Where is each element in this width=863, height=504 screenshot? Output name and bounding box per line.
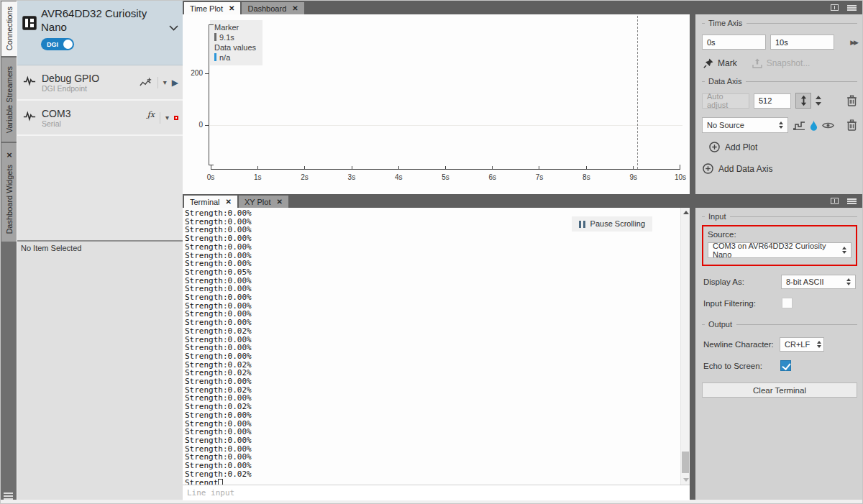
fast-forward-icon[interactable]: ▶▶	[850, 39, 857, 46]
menu-icon[interactable]	[847, 5, 857, 6]
display-as-select[interactable]: 8-bit ASCII	[781, 275, 856, 289]
terminal-output[interactable]: Strength:0.00%Strength:0.00%Strength:0.0…	[183, 208, 690, 485]
pause-scrolling-button[interactable]: Pause Scrolling	[572, 216, 652, 232]
terminal-line: Strength:0.02%	[185, 369, 690, 377]
x-tick-label: 3s	[342, 173, 361, 181]
plot-source-select[interactable]: No Source	[702, 117, 788, 133]
center-column: Time Plot ✕ Dashboard ✕ Marker 9.1s Data…	[183, 1, 690, 500]
input-filtering-checkbox[interactable]	[782, 298, 793, 308]
time-plot-chart[interactable]: Marker 9.1s Data values n/a 200 0 0s1s2s…	[183, 14, 690, 194]
axis-range-field[interactable]: 512	[754, 93, 791, 109]
sidebar-tab-connections[interactable]: Connections	[1, 1, 17, 56]
item-detail-panel: No Item Selected	[17, 240, 183, 500]
dock-icon[interactable]	[831, 4, 839, 11]
close-icon[interactable]: ✕	[226, 198, 232, 206]
connections-list: AVR64DD32 Curiosity Nano DGI Debug GPIO …	[17, 1, 183, 240]
terminal-line: Strength:0.00%	[185, 394, 690, 403]
time-from-field[interactable]: 0s	[702, 35, 766, 50]
add-to-plot-icon[interactable]	[140, 77, 152, 88]
x-axis	[211, 169, 680, 170]
caret-down-icon[interactable]: ▾	[165, 114, 169, 122]
vertical-fit-button[interactable]	[795, 93, 811, 109]
variable-parser-icon[interactable]: ƒx↑	[147, 115, 155, 120]
side-tab-strip: Connections Variable Streamers Dashboard…	[1, 1, 17, 500]
sidebar-tab-variable-streamers[interactable]: Variable Streamers	[1, 58, 17, 142]
close-icon[interactable]: ✕	[276, 198, 282, 206]
dgi-toggle-knob	[63, 40, 73, 49]
sidebar-tab-label: Dashboard Widgets	[5, 165, 14, 234]
circle-plus-icon	[703, 163, 713, 174]
x-tick-marks	[211, 166, 680, 169]
menu-icon[interactable]	[847, 198, 857, 200]
close-icon[interactable]: ✕	[292, 4, 298, 12]
y-tick-label: 0	[184, 121, 203, 129]
chevron-down-icon[interactable]	[169, 21, 178, 34]
visibility-eye-icon[interactable]	[822, 122, 834, 129]
add-data-axis-button[interactable]: Add Data Axis	[703, 163, 857, 174]
tab-xy-plot[interactable]: XY Plot ✕	[239, 196, 288, 208]
terminal-scrollbar[interactable]	[680, 208, 690, 485]
terminal-line: Strength:0.00%	[185, 445, 690, 454]
add-plot-button[interactable]: Add Plot	[709, 142, 857, 152]
time-to-field[interactable]: 10s	[770, 35, 834, 50]
time-marker-line[interactable]	[637, 16, 638, 169]
axis-spinner[interactable]	[816, 96, 821, 106]
data-visualizer-app: Connections Variable Streamers Dashboard…	[0, 0, 863, 504]
close-icon[interactable]: ✕	[229, 4, 234, 12]
scroll-down-icon[interactable]	[683, 478, 689, 482]
terminal-line: Strength:0.02%	[185, 470, 690, 479]
tab-terminal[interactable]: Terminal ✕	[184, 196, 237, 208]
terminal-line: Strength:0.00%	[185, 277, 690, 285]
line-input[interactable]	[183, 486, 690, 500]
play-icon[interactable]: ▶	[172, 78, 178, 88]
terminal-line: Strength:0.00%	[185, 411, 690, 420]
newline-select[interactable]: CR+LF	[780, 337, 824, 352]
dgi-toggle[interactable]: DGI	[41, 38, 74, 50]
terminal-line: Strength:0.00%	[185, 352, 690, 361]
legend-data-value: n/a	[219, 53, 230, 62]
stream-type: Serial	[42, 119, 70, 128]
tab-dashboard[interactable]: Dashboard ✕	[242, 2, 303, 14]
menu-icon[interactable]	[4, 492, 13, 494]
waveform-icon	[23, 75, 36, 89]
delete-plot-icon[interactable]	[846, 119, 857, 131]
terminal-line: Strength:0.00%	[185, 234, 690, 243]
stop-button-highlighted[interactable]	[174, 116, 178, 120]
device-title: AVR64DD32 Curiosity Nano	[41, 6, 162, 34]
stream-row-com3[interactable]: COM3 Serial ƒx↑ ▾	[17, 101, 183, 136]
terminal-line: Strength:0.00%	[185, 377, 690, 386]
terminal-line: Strength:0.05%	[185, 268, 690, 277]
source-highlight-box: Source: COM3 on AVR64DD32 Curiosity Nano	[702, 225, 857, 266]
delete-axis-icon[interactable]	[846, 95, 857, 106]
plot-legend: Marker 9.1s Data values n/a	[210, 20, 262, 65]
x-tick-label: 1s	[248, 173, 267, 181]
y-axis	[209, 24, 209, 165]
legend-marker-value: 9.1s	[219, 33, 234, 42]
caret-down-icon[interactable]: ▾	[163, 78, 167, 86]
clear-terminal-button[interactable]: Clear Terminal	[702, 382, 857, 398]
dock-icon[interactable]	[831, 198, 839, 204]
terminal-line: Strength:0.00%	[185, 420, 690, 429]
scrollbar-thumb[interactable]	[682, 452, 689, 473]
plot-style-icon[interactable]	[793, 121, 805, 130]
snapshot-button[interactable]: Snapshot...	[752, 58, 811, 68]
mark-button[interactable]: Mark	[703, 58, 737, 68]
device-header[interactable]: AVR64DD32 Curiosity Nano DGI	[17, 1, 183, 65]
x-tick-label: 2s	[296, 173, 314, 181]
color-droplet-icon[interactable]	[810, 120, 818, 131]
source-select[interactable]: COM3 on AVR64DD32 Curiosity Nano	[708, 242, 851, 258]
stream-row-debug-gpio[interactable]: Debug GPIO DGI Endpoint ▾ ▶	[17, 65, 183, 101]
updown-icon	[842, 247, 846, 254]
echo-checkbox-checked[interactable]	[780, 360, 791, 371]
terminal-line: Strength:0.00%	[185, 436, 690, 445]
terminal-line: Strength:0.02%	[185, 327, 690, 336]
terminal-panel: Terminal ✕ XY Plot ✕ Strength:0.00%Stren…	[183, 194, 690, 500]
x-tick-label: 8s	[577, 173, 595, 181]
scroll-up-icon[interactable]	[683, 211, 689, 214]
dgi-toggle-label: DGI	[41, 41, 58, 48]
close-icon[interactable]: ✕	[5, 151, 13, 159]
tab-time-plot[interactable]: Time Plot ✕	[184, 2, 240, 14]
sidebar-tab-dashboard-widgets[interactable]: Dashboard Widgets✕	[1, 143, 17, 242]
x-tick-label: 5s	[436, 173, 455, 181]
auto-adjust-field: Auto adjust	[702, 93, 749, 109]
